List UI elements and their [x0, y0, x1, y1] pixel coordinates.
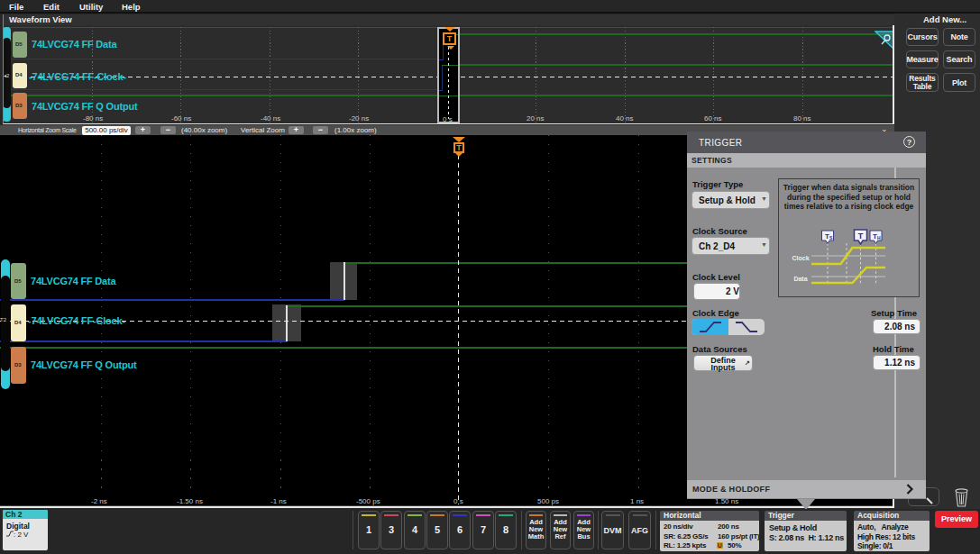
svg-text:Clock: Clock: [792, 255, 809, 261]
svg-text:Data: Data: [793, 276, 807, 282]
svg-text:T: T: [858, 232, 864, 241]
